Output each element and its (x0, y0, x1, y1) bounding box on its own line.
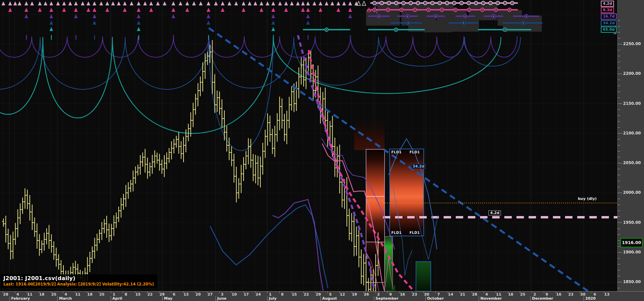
month-separator (162, 296, 163, 301)
purple-fld-low (273, 200, 323, 291)
month-label-february: February (11, 296, 30, 301)
month-separator (584, 296, 584, 301)
cycle-phasing-panel[interactable] (303, 1, 542, 32)
month-label-october: October (427, 296, 444, 301)
day-label: 15 (292, 292, 297, 297)
day-label: 22 (304, 292, 309, 297)
day-label: 19 (352, 292, 357, 297)
day-label: 30 (580, 292, 585, 297)
cycle-4-2d-line-label[interactable]: 4.2d (488, 210, 501, 215)
month-label-july: July (269, 296, 277, 301)
fld1-label-top-left[interactable]: FLD1 (391, 150, 402, 154)
price-axis-panel[interactable]: 1916.00 2250.002200.002150.002100.002050… (617, 0, 644, 291)
cycle-trough-triangles (2, 1, 371, 40)
month-separator (57, 296, 58, 301)
day-label: 27 (207, 292, 213, 297)
month-separator (374, 296, 374, 301)
day-label: 16 (556, 292, 561, 297)
legend-item-16-7d[interactable]: 16.7d (601, 13, 617, 20)
week-tick (171, 292, 171, 293)
day-label: 25 (520, 292, 525, 297)
month-separator (111, 296, 111, 301)
day-label: 15 (135, 292, 140, 297)
blue-fld-low (210, 205, 328, 288)
day-label: 18 (39, 292, 44, 297)
month-separator (479, 296, 479, 301)
day-label: 23 (412, 292, 417, 297)
month-label-december: December (532, 296, 553, 301)
month-label-november: November (480, 296, 502, 301)
day-label: 14 (448, 292, 453, 297)
status-line: Last: 1916.00[2019/9/2] Analysis: [2019/… (3, 282, 154, 287)
day-label: 28 (472, 292, 477, 297)
price-chart-svg[interactable] (0, 0, 617, 291)
month-label-may: May (164, 296, 172, 301)
month-label-september: September (375, 296, 398, 301)
legend-item-8-3d[interactable]: 8.3d (601, 7, 614, 13)
trading-app-window: FLD1 FLD1 FLD1 FLD1 34.2d 4.2d buy (dly)… (0, 0, 644, 301)
week-tick (327, 292, 328, 293)
month-separator (320, 296, 321, 301)
day-label: 26 (364, 292, 369, 297)
price-label-2150: 2150.00 (623, 101, 641, 106)
week-tick (219, 292, 220, 293)
vtl-34d-label[interactable]: 34.2d (411, 164, 426, 169)
price-label-1900: 1900.00 (623, 250, 641, 254)
month-separator (216, 296, 216, 301)
month-separator (425, 296, 426, 301)
week-tick (544, 292, 544, 293)
week-tick (532, 292, 532, 293)
month-label-march: March (59, 296, 72, 301)
day-label: 17 (244, 292, 249, 297)
day-label: 8 (125, 292, 128, 297)
month-label-june: June (217, 296, 226, 301)
week-tick (111, 292, 111, 293)
day-label: 23 (568, 292, 573, 297)
legend-item-34-2d[interactable]: 34.2d (601, 20, 617, 26)
day-label: 18 (87, 292, 92, 297)
chart-canvas[interactable]: FLD1 FLD1 FLD1 FLD1 34.2d 4.2d buy (dly)… (0, 0, 617, 291)
day-label: 20 (196, 292, 201, 297)
price-label-2100: 2100.00 (623, 131, 641, 136)
day-label: 11 (75, 292, 80, 297)
fld1-label-bottom-left[interactable]: FLD1 (391, 231, 402, 235)
price-label-1950: 1950.00 (623, 220, 641, 225)
month-label-august: August (322, 296, 337, 301)
week-tick (63, 292, 63, 293)
last-price-badge[interactable]: 1916.00 (620, 238, 643, 247)
symbol-title: J2001: J2001.csv(daily) (3, 275, 154, 281)
day-label: 28 (3, 292, 8, 297)
price-label-2050: 2050.00 (623, 160, 641, 165)
legend-item-4-2d[interactable]: 4.2d (601, 1, 614, 7)
buy-signal-label: buy (dly) (578, 197, 597, 201)
day-label: 10 (232, 292, 237, 297)
fld1-label-bottom-right[interactable]: FLD1 (409, 231, 420, 235)
day-label: 13 (184, 292, 189, 297)
week-tick (15, 292, 15, 293)
week-tick (592, 292, 592, 293)
day-label: 25 (99, 292, 104, 297)
day-label: 21 (460, 292, 465, 297)
day-label: 18 (508, 292, 513, 297)
month-label-2020: 2020 (585, 296, 596, 301)
week-tick (267, 292, 268, 293)
price-label-1850: 1850.00 (623, 279, 641, 284)
time-axis-panel[interactable]: 2841118254111825181522296132027310172418… (0, 291, 644, 301)
cycle-envelope-arcs (0, 36, 521, 151)
day-label: 12 (340, 292, 345, 297)
week-tick (387, 292, 388, 293)
day-label: 22 (147, 292, 152, 297)
day-label: 24 (256, 292, 261, 297)
day-label: 6 (173, 292, 175, 297)
chart-title-block: J2001: J2001.csv(daily) Last: 1916.00[20… (1, 274, 157, 288)
purple-dash (298, 35, 374, 291)
day-label: 13 (604, 292, 609, 297)
month-label-april: April (112, 296, 122, 301)
legend-item-65-0d[interactable]: 65.0d (601, 27, 617, 33)
price-label-2200: 2200.00 (623, 71, 641, 76)
month-separator (267, 296, 268, 301)
week-tick (484, 292, 484, 293)
fld1-label-top-right[interactable]: FLD1 (409, 150, 420, 154)
price-label-2000: 2000.00 (623, 190, 641, 195)
month-separator (530, 296, 531, 301)
